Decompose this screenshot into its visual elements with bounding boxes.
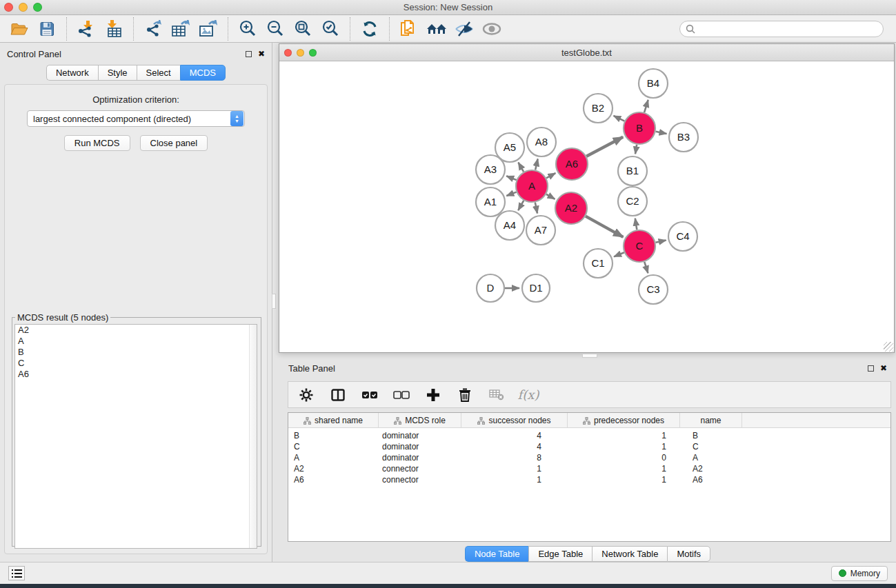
zoom-selected-icon[interactable] bbox=[317, 17, 344, 41]
table-cell[interactable]: 1 bbox=[568, 463, 680, 474]
table-cell[interactable]: C bbox=[680, 441, 742, 452]
float-table-panel-icon[interactable] bbox=[868, 365, 874, 372]
tab-mcds[interactable]: MCDS bbox=[180, 65, 226, 81]
tab-node-table[interactable]: Node Table bbox=[465, 546, 529, 562]
memory-button[interactable]: Memory bbox=[831, 566, 888, 581]
graph-node-A6[interactable]: A6 bbox=[556, 148, 588, 180]
delete-columns-icon[interactable] bbox=[452, 384, 477, 406]
table-cell[interactable]: C bbox=[288, 441, 379, 452]
search-box[interactable] bbox=[679, 21, 884, 37]
table-cell[interactable]: A6 bbox=[680, 474, 742, 485]
show-hide-details-icon[interactable] bbox=[450, 17, 478, 41]
edge-A-A6[interactable] bbox=[546, 173, 555, 178]
toggle-bird-eye-icon[interactable] bbox=[478, 17, 506, 41]
zoom-out-icon[interactable] bbox=[261, 17, 289, 41]
network-close-button[interactable] bbox=[284, 49, 292, 57]
zoom-window-button[interactable] bbox=[33, 3, 42, 12]
import-network-icon[interactable] bbox=[72, 17, 100, 41]
graph-node-C[interactable]: C bbox=[624, 230, 655, 262]
mcds-result-item[interactable]: B bbox=[15, 347, 257, 358]
table-cell[interactable]: 1 bbox=[461, 463, 568, 474]
graph-node-C2[interactable]: C2 bbox=[618, 187, 647, 216]
edge-C-C1[interactable] bbox=[614, 252, 624, 256]
tab-network[interactable]: Network bbox=[46, 65, 98, 81]
search-input[interactable] bbox=[699, 23, 877, 34]
table-cell[interactable]: 4 bbox=[461, 430, 568, 441]
table-row[interactable]: Bdominator41B bbox=[288, 430, 890, 441]
optimization-criterion-select[interactable]: largest connected component (directed) ▲… bbox=[27, 110, 245, 127]
task-history-button[interactable] bbox=[8, 566, 25, 580]
refresh-view-icon[interactable] bbox=[356, 17, 384, 41]
network-minimize-button[interactable] bbox=[297, 49, 304, 57]
edge-A2-C[interactable] bbox=[586, 216, 623, 237]
export-table-icon[interactable] bbox=[167, 17, 195, 41]
graph-node-C1[interactable]: C1 bbox=[584, 249, 613, 278]
window-resize-grip[interactable] bbox=[884, 342, 893, 352]
function-builder-icon[interactable]: f(x) bbox=[516, 384, 541, 406]
graph-node-D1[interactable]: D1 bbox=[522, 274, 550, 302]
table-cell[interactable]: connector bbox=[379, 463, 461, 474]
table-cell[interactable]: 8 bbox=[461, 452, 568, 463]
edge-C-C4[interactable] bbox=[655, 240, 666, 242]
tab-select[interactable]: Select bbox=[137, 65, 180, 81]
table-cell[interactable]: B bbox=[680, 430, 742, 441]
tab-motifs[interactable]: Motifs bbox=[667, 546, 710, 562]
show-column-icon[interactable] bbox=[326, 384, 350, 406]
table-cell[interactable]: 4 bbox=[461, 441, 568, 452]
first-neighbors-icon[interactable] bbox=[423, 17, 450, 41]
edge-A-A3[interactable] bbox=[506, 176, 517, 180]
edge-C-C2[interactable] bbox=[635, 219, 637, 230]
table-cell[interactable]: 1 bbox=[568, 441, 680, 452]
table-cell[interactable]: A2 bbox=[288, 463, 379, 474]
edge-A-A7[interactable] bbox=[535, 203, 537, 214]
graph-node-A4[interactable]: A4 bbox=[495, 211, 524, 240]
table-cell[interactable]: A bbox=[680, 452, 742, 463]
float-panel-icon[interactable] bbox=[246, 51, 252, 57]
graph-node-B[interactable]: B bbox=[624, 112, 655, 144]
result-list-scrollbar[interactable] bbox=[249, 325, 257, 548]
minimize-window-button[interactable] bbox=[19, 3, 28, 12]
import-table-icon[interactable] bbox=[100, 17, 128, 41]
tab-style[interactable]: Style bbox=[98, 65, 137, 81]
table-row[interactable]: A6connector11A6 bbox=[288, 474, 890, 485]
edge-A-A1[interactable] bbox=[506, 192, 516, 196]
edge-A-A5[interactable] bbox=[518, 163, 524, 172]
save-session-icon[interactable] bbox=[33, 17, 61, 41]
vertical-splitter-grip[interactable] bbox=[272, 294, 276, 309]
graph-node-A7[interactable]: A7 bbox=[526, 216, 555, 245]
graph-node-C4[interactable]: C4 bbox=[668, 222, 697, 251]
table-row[interactable]: Cdominator41C bbox=[288, 441, 890, 452]
column-header-shared-name[interactable]: shared name bbox=[288, 413, 379, 428]
table-cell[interactable]: 0 bbox=[568, 452, 680, 463]
open-session-icon[interactable] bbox=[6, 17, 33, 41]
table-cell[interactable]: A6 bbox=[288, 474, 379, 485]
table-options-gear-icon[interactable] bbox=[294, 384, 319, 406]
node-table[interactable]: shared nameMCDS rolesuccessor nodesprede… bbox=[288, 412, 891, 542]
export-image-icon[interactable] bbox=[195, 17, 222, 41]
graph-node-B4[interactable]: B4 bbox=[639, 69, 668, 98]
close-panel-button[interactable]: Close panel bbox=[140, 135, 208, 151]
close-window-button[interactable] bbox=[4, 3, 13, 12]
column-header-successor-nodes[interactable]: successor nodes bbox=[461, 413, 568, 428]
export-network-icon[interactable] bbox=[139, 17, 167, 41]
table-cell[interactable]: dominator bbox=[379, 452, 461, 463]
horizontal-splitter-grip[interactable] bbox=[582, 354, 597, 358]
network-zoom-button[interactable] bbox=[309, 49, 317, 57]
table-cell[interactable]: dominator bbox=[379, 441, 461, 452]
edge-B-B4[interactable] bbox=[644, 100, 648, 112]
table-cell[interactable]: dominator bbox=[379, 430, 461, 441]
table-cell[interactable]: 1 bbox=[461, 474, 568, 485]
table-cell[interactable]: 1 bbox=[568, 430, 680, 441]
table-cell[interactable]: A bbox=[288, 452, 379, 463]
tab-edge-table[interactable]: Edge Table bbox=[528, 546, 592, 562]
table-cell[interactable]: connector bbox=[379, 474, 461, 485]
edge-B-B3[interactable] bbox=[656, 132, 667, 134]
table-cell[interactable]: B bbox=[288, 430, 379, 441]
mcds-result-item[interactable]: A bbox=[15, 336, 257, 347]
edge-B-B2[interactable] bbox=[614, 116, 625, 121]
edge-A-A8[interactable] bbox=[535, 159, 538, 170]
graph-node-A3[interactable]: A3 bbox=[476, 155, 505, 184]
edge-B-B1[interactable] bbox=[635, 145, 637, 154]
graph-node-D[interactable]: D bbox=[477, 274, 504, 302]
mcds-result-item[interactable]: A2 bbox=[15, 325, 257, 336]
